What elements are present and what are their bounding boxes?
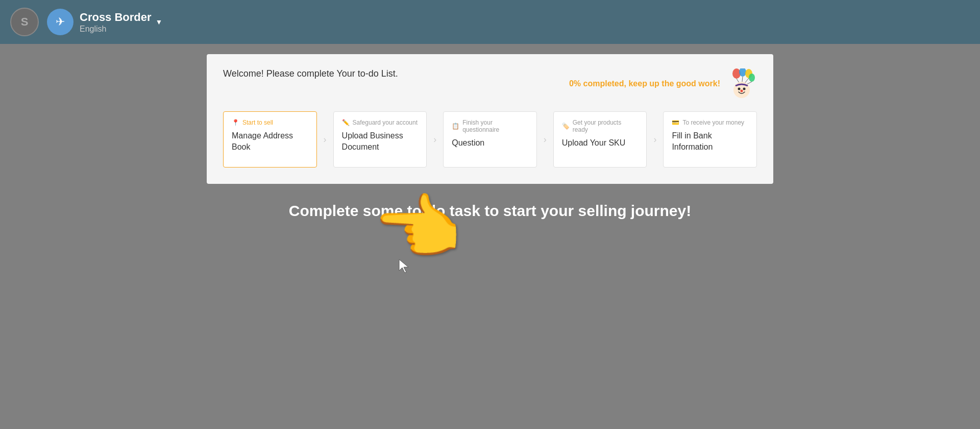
arrow-4: › — [647, 131, 663, 148]
steps-row: 📍 Start to sell Manage Address Book › ✏️… — [223, 111, 757, 168]
step-1-title: Manage Address Book — [232, 130, 308, 153]
arrow-3: › — [537, 131, 553, 148]
clipboard-icon: 📋 — [452, 123, 459, 130]
step-safeguard[interactable]: ✏️ Safeguard your account Upload Busines… — [333, 111, 427, 168]
nav-dropdown-arrow[interactable]: ▼ — [156, 18, 163, 26]
edit-icon: ✏️ — [342, 119, 350, 126]
step-3-title: Question — [452, 137, 484, 149]
svg-point-11 — [741, 90, 743, 92]
step-receive-money[interactable]: 💳 To receive your money Fill in Bank Inf… — [663, 111, 757, 168]
step-3-label: 📋 Finish your questionnaire — [452, 119, 528, 133]
todo-header: Welcome! Please complete Your to-do List… — [223, 68, 757, 99]
arrow-1: › — [317, 131, 333, 148]
card-icon: 💳 — [672, 119, 679, 126]
step-1-label: 📍 Start to sell — [232, 119, 273, 126]
airplane-icon: ✈ — [56, 15, 65, 29]
tag-icon: 🏷️ — [562, 123, 570, 130]
navbar: S ✈ Cross Border English ▼ — [0, 0, 980, 44]
main-content: Welcome! Please complete Your to-do List… — [0, 44, 980, 429]
svg-point-3 — [749, 74, 755, 82]
mascot — [726, 68, 757, 99]
mascot-svg — [726, 68, 757, 99]
todo-card: Welcome! Please complete Your to-do List… — [207, 54, 773, 184]
welcome-text: Welcome! Please complete Your to-do List… — [223, 68, 398, 79]
pin-icon: 📍 — [232, 119, 239, 126]
svg-point-9 — [738, 88, 741, 90]
bottom-cta: Complete some to-do task to start your s… — [289, 202, 691, 220]
todo-progress: 0% completed, keep up the good work! — [569, 68, 757, 99]
step-4-title: Upload Your SKU — [562, 137, 626, 149]
progress-text: 0% completed, keep up the good work! — [569, 79, 720, 88]
svg-point-10 — [743, 88, 746, 90]
step-5-label: 💳 To receive your money — [672, 119, 744, 126]
brand-name: Cross Border — [80, 10, 152, 25]
user-avatar: S — [10, 8, 39, 36]
step-products-ready[interactable]: 🏷️ Get your products ready Upload Your S… — [553, 111, 647, 168]
arrow-cursor-icon — [398, 258, 410, 274]
brand-info: Cross Border English — [80, 10, 152, 34]
step-4-label: 🏷️ Get your products ready — [562, 119, 639, 133]
arrow-2: › — [427, 131, 443, 148]
step-2-label: ✏️ Safeguard your account — [342, 119, 418, 126]
step-questionnaire[interactable]: 📋 Finish your questionnaire Question — [443, 111, 537, 168]
step-2-title: Upload Business Document — [342, 130, 419, 153]
brand-icon: ✈ — [47, 9, 74, 35]
brand-lang: English — [80, 25, 152, 34]
step-start-to-sell[interactable]: 📍 Start to sell Manage Address Book — [223, 111, 317, 168]
step-5-title: Fill in Bank Information — [672, 130, 748, 153]
